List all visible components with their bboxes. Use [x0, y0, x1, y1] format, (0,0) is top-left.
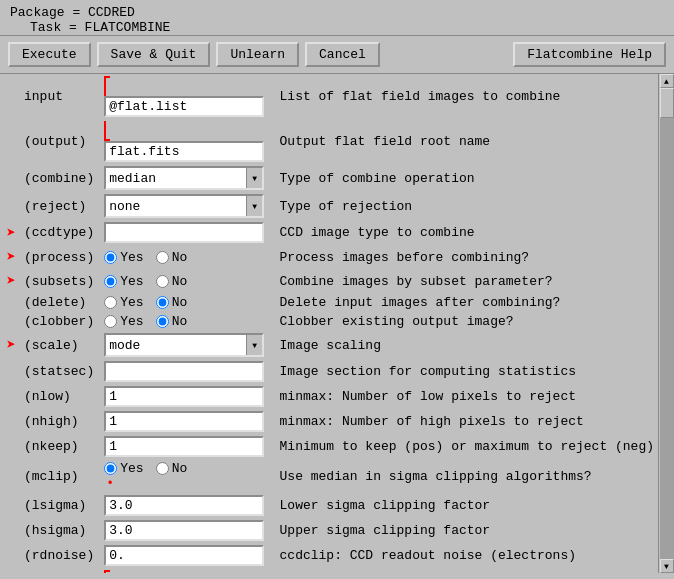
- param-value-rdnoise[interactable]: [100, 543, 271, 568]
- param-row-gain: (gain)ccdclip: CCD gain (electrons/DN): [0, 568, 658, 573]
- select-reject[interactable]: noneminmaxsigclipavsigclippclip: [106, 198, 246, 215]
- radio-delete-no[interactable]: [156, 296, 169, 309]
- radio-mclip-no[interactable]: [156, 462, 169, 475]
- param-value-clobber[interactable]: YesNo: [100, 312, 271, 331]
- help-button[interactable]: Flatcombine Help: [513, 42, 666, 67]
- radio-label-clobber-yes[interactable]: Yes: [104, 314, 143, 329]
- param-row-reject: (reject)noneminmaxsigclipavsigclippclip▼…: [0, 192, 658, 220]
- param-value-scale[interactable]: modenonemeanmedianexposure▼: [100, 331, 271, 359]
- select-scale[interactable]: modenonemeanmedianexposure: [106, 337, 246, 354]
- param-label-clobber: (clobber): [20, 312, 100, 331]
- param-value-reject[interactable]: noneminmaxsigclipavsigclippclip▼: [100, 192, 271, 220]
- param-value-gain[interactable]: [100, 568, 271, 573]
- input-ccdtype[interactable]: [104, 222, 264, 243]
- param-value-nkeep[interactable]: [100, 434, 271, 459]
- param-desc-delete: Delete input images after combining?: [272, 293, 658, 312]
- scrollbar-down-btn[interactable]: ▼: [660, 559, 674, 573]
- radio-group-delete: YesNo: [104, 295, 267, 310]
- select-wrapper-reject[interactable]: noneminmaxsigclipavsigclippclip▼: [104, 194, 264, 218]
- radio-subsets-yes[interactable]: [104, 275, 117, 288]
- param-arrow-ccdtype: ➤: [0, 220, 20, 245]
- param-desc-nkeep: Minimum to keep (pos) or maximum to reje…: [272, 434, 658, 459]
- param-desc-input: List of flat field images to combine: [272, 74, 658, 119]
- package-label: Package = CCDRED: [10, 5, 664, 20]
- param-value-input[interactable]: [100, 74, 271, 119]
- cancel-button[interactable]: Cancel: [305, 42, 380, 67]
- input-nhigh[interactable]: [104, 411, 264, 432]
- radio-delete-yes[interactable]: [104, 296, 117, 309]
- param-value-delete[interactable]: YesNo: [100, 293, 271, 312]
- select-wrapper-scale[interactable]: modenonemeanmedianexposure▼: [104, 333, 264, 357]
- red-bracket-top-gain: [104, 570, 110, 573]
- param-value-nlow[interactable]: [100, 384, 271, 409]
- param-row-process: ➤(process)YesNoProcess images before com…: [0, 245, 658, 269]
- input-hsigma[interactable]: [104, 520, 264, 541]
- param-label-statsec: (statsec): [20, 359, 100, 384]
- param-value-subsets[interactable]: YesNo: [100, 269, 271, 293]
- param-arrow-gain: [0, 568, 20, 573]
- param-desc-rdnoise: ccdclip: CCD readout noise (electrons): [272, 543, 658, 568]
- param-desc-process: Process images before combining?: [272, 245, 658, 269]
- param-value-mclip[interactable]: YesNo•: [100, 459, 271, 493]
- select-arrow-scale[interactable]: ▼: [246, 335, 262, 355]
- radio-mclip-yes[interactable]: [104, 462, 117, 475]
- input-nlow[interactable]: [104, 386, 264, 407]
- param-row-lsigma: (lsigma)Lower sigma clipping factor: [0, 493, 658, 518]
- execute-button[interactable]: Execute: [8, 42, 91, 67]
- param-arrow-nhigh: [0, 409, 20, 434]
- param-desc-hsigma: Upper sigma clipping factor: [272, 518, 658, 543]
- radio-clobber-no[interactable]: [156, 315, 169, 328]
- select-wrapper-combine[interactable]: medianaveragesum▼: [104, 166, 264, 190]
- param-value-lsigma[interactable]: [100, 493, 271, 518]
- param-value-process[interactable]: YesNo: [100, 245, 271, 269]
- save-quit-button[interactable]: Save & Quit: [97, 42, 211, 67]
- radio-label-delete-yes[interactable]: Yes: [104, 295, 143, 310]
- param-arrow-clobber: [0, 312, 20, 331]
- input-statsec[interactable]: [104, 361, 264, 382]
- select-combine[interactable]: medianaveragesum: [106, 170, 246, 187]
- radio-label-mclip-yes[interactable]: Yes: [104, 461, 143, 476]
- param-desc-subsets: Combine images by subset parameter?: [272, 269, 658, 293]
- param-label-process: (process): [20, 245, 100, 269]
- param-value-combine[interactable]: medianaveragesum▼: [100, 164, 271, 192]
- param-arrow-lsigma: [0, 493, 20, 518]
- radio-label-process-no[interactable]: No: [156, 250, 188, 265]
- select-arrow-reject[interactable]: ▼: [246, 196, 262, 216]
- radio-label-clobber-no[interactable]: No: [156, 314, 188, 329]
- scrollbar-up-btn[interactable]: ▲: [660, 74, 674, 88]
- param-arrow-scale: ➤: [0, 331, 20, 359]
- input-output[interactable]: [104, 141, 264, 162]
- radio-clobber-yes[interactable]: [104, 315, 117, 328]
- param-arrow-process: ➤: [0, 245, 20, 269]
- radio-group-mclip: YesNo: [104, 461, 267, 476]
- radio-process-no[interactable]: [156, 251, 169, 264]
- param-desc-mclip: Use median in sigma clipping algorithms?: [272, 459, 658, 493]
- radio-label-process-yes[interactable]: Yes: [104, 250, 143, 265]
- radio-subsets-no[interactable]: [156, 275, 169, 288]
- radio-label-mclip-no[interactable]: No: [156, 461, 188, 476]
- input-rdnoise[interactable]: [104, 545, 264, 566]
- scrollbar-thumb[interactable]: [660, 88, 674, 118]
- param-arrow-delete: [0, 293, 20, 312]
- radio-label-subsets-no[interactable]: No: [156, 274, 188, 289]
- unlearn-button[interactable]: Unlearn: [216, 42, 299, 67]
- param-arrow-nkeep: [0, 434, 20, 459]
- input-input[interactable]: [104, 96, 264, 117]
- param-value-hsigma[interactable]: [100, 518, 271, 543]
- radio-label-subsets-yes[interactable]: Yes: [104, 274, 143, 289]
- param-value-ccdtype[interactable]: [100, 220, 271, 245]
- radio-group-clobber: YesNo: [104, 314, 267, 329]
- scrollbar-track[interactable]: [660, 88, 674, 559]
- toolbar: Execute Save & Quit Unlearn Cancel Flatc…: [0, 35, 674, 74]
- radio-label-delete-no[interactable]: No: [156, 295, 188, 310]
- param-label-nhigh: (nhigh): [20, 409, 100, 434]
- input-lsigma[interactable]: [104, 495, 264, 516]
- input-nkeep[interactable]: [104, 436, 264, 457]
- param-value-statsec[interactable]: [100, 359, 271, 384]
- scrollbar[interactable]: ▲ ▼: [658, 74, 674, 573]
- select-arrow-combine[interactable]: ▼: [246, 168, 262, 188]
- param-arrow-statsec: [0, 359, 20, 384]
- param-value-output[interactable]: [100, 119, 271, 164]
- param-value-nhigh[interactable]: [100, 409, 271, 434]
- radio-process-yes[interactable]: [104, 251, 117, 264]
